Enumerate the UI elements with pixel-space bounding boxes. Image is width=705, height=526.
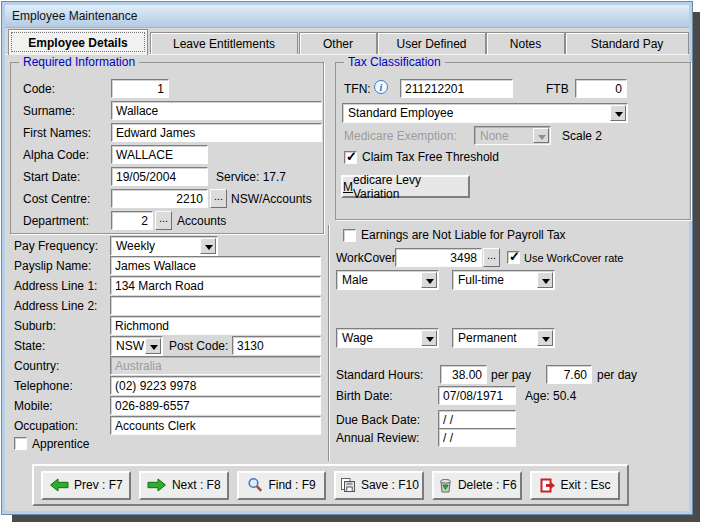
tax-scale-dropdown[interactable]: Standard Employee xyxy=(342,103,628,123)
ftb-field[interactable] xyxy=(575,79,627,98)
payslip-name-field[interactable] xyxy=(110,256,321,275)
employment-status-value: Permanent xyxy=(458,331,517,345)
post-code-field[interactable] xyxy=(232,336,321,355)
mobile-field[interactable] xyxy=(110,396,321,415)
tfn-label: TFN: xyxy=(344,82,371,96)
tab-user-defined[interactable]: User Defined xyxy=(377,32,486,54)
button-label: Next : F8 xyxy=(172,478,221,492)
due-back-date-field[interactable] xyxy=(438,410,516,429)
payroll-tax-checkbox[interactable] xyxy=(343,229,356,242)
address-line-1-label: Address Line 1: xyxy=(14,279,97,293)
start-date-field[interactable] xyxy=(111,167,208,186)
address-line-2-field[interactable] xyxy=(110,296,321,315)
birth-date-field[interactable] xyxy=(438,386,516,405)
country-label: Country: xyxy=(14,359,59,373)
first-names-field[interactable] xyxy=(111,123,322,142)
pay-type-dropdown[interactable]: Wage xyxy=(336,328,439,348)
arrow-left-icon xyxy=(49,478,69,492)
apprentice-label: Apprentice xyxy=(32,437,89,451)
cost-centre-field[interactable] xyxy=(111,189,208,208)
surname-field[interactable] xyxy=(111,101,322,120)
telephone-label: Telephone: xyxy=(14,379,73,393)
first-names-label: First Names: xyxy=(23,126,91,140)
workcover-field[interactable] xyxy=(395,248,482,267)
surname-label: Surname: xyxy=(23,104,75,118)
use-workcover-label: Use WorkCover rate xyxy=(524,252,623,264)
per-pay-label: per pay xyxy=(491,368,531,382)
pay-frequency-label: Pay Frequency: xyxy=(14,239,98,253)
standard-hours-label: Standard Hours: xyxy=(336,368,423,382)
employment-status-dropdown[interactable]: Permanent xyxy=(452,328,555,348)
suburb-field[interactable] xyxy=(110,316,321,335)
service-text: Service: 17.7 xyxy=(216,170,286,184)
pay-frequency-dropdown[interactable]: Weekly xyxy=(110,236,218,256)
occupation-field[interactable] xyxy=(110,416,321,435)
country-field xyxy=(110,356,321,375)
recycle-bin-icon xyxy=(438,477,453,493)
address-line-1-field[interactable] xyxy=(110,276,321,295)
due-back-date-label: Due Back Date: xyxy=(336,413,420,427)
tab-standard-pay[interactable]: Standard Pay xyxy=(565,32,689,54)
department-label: Department: xyxy=(23,214,89,228)
employee-maintenance-window: Employee Maintenance Employee Details Le… xyxy=(2,2,692,514)
delete-button[interactable]: Delete : F6 xyxy=(432,471,522,500)
chevron-down-icon xyxy=(421,272,437,288)
department-field[interactable] xyxy=(111,211,153,230)
required-information-group: Required Information Code: Surname: Firs… xyxy=(10,62,324,234)
code-field[interactable] xyxy=(111,79,169,98)
magnifier-icon xyxy=(247,477,263,493)
button-label: Exit : Esc xyxy=(561,478,611,492)
find-button[interactable]: Find : F9 xyxy=(237,471,327,500)
info-icon[interactable]: i xyxy=(374,80,388,94)
tab-notes[interactable]: Notes xyxy=(486,32,565,54)
occupation-label: Occupation: xyxy=(14,419,78,433)
state-value: NSW xyxy=(116,339,144,353)
alpha-code-field[interactable] xyxy=(111,145,208,164)
suburb-label: Suburb: xyxy=(14,319,56,333)
next-button[interactable]: Next : F8 xyxy=(139,471,229,500)
telephone-field[interactable] xyxy=(110,376,321,395)
claim-tax-free-label: Claim Tax Free Threshold xyxy=(362,150,499,164)
exit-button[interactable]: Exit : Esc xyxy=(530,471,620,500)
cost-centre-label: Cost Centre: xyxy=(23,192,90,206)
age-text: Age: 50.4 xyxy=(525,389,576,403)
workcover-browse-button[interactable]: ... xyxy=(483,248,500,267)
pay-frequency-value: Weekly xyxy=(116,239,155,253)
code-label: Code: xyxy=(23,82,55,96)
medicare-levy-variation-button[interactable]: Medicare Levy Variation xyxy=(341,175,470,198)
prev-button[interactable]: Prev : F7 xyxy=(41,471,131,500)
tab-label: Standard Pay xyxy=(591,37,664,51)
address-line-2-label: Address Line 2: xyxy=(14,299,97,313)
medicare-exemption-dropdown: None xyxy=(474,126,551,145)
tab-employee-details[interactable]: Employee Details xyxy=(8,29,148,55)
state-dropdown[interactable]: NSW xyxy=(110,336,163,356)
group-title: Tax Classification xyxy=(344,55,445,69)
ftb-label: FTB xyxy=(546,82,569,96)
window-titlebar[interactable]: Employee Maintenance xyxy=(5,5,689,28)
hours-per-day-field[interactable] xyxy=(546,365,592,384)
save-button[interactable]: Save : F10 xyxy=(334,471,424,500)
per-day-label: per day xyxy=(597,368,637,382)
chevron-down-icon xyxy=(145,338,161,354)
department-browse-button[interactable]: ... xyxy=(155,211,172,230)
claim-tax-free-checkbox[interactable] xyxy=(344,151,357,164)
annual-review-label: Annual Review: xyxy=(336,431,419,445)
start-date-label: Start Date: xyxy=(23,170,80,184)
footer-button-bar: Prev : F7 Next : F8 Find : F9 Save : F10… xyxy=(32,464,629,506)
tax-scale-value: Standard Employee xyxy=(348,106,453,120)
gender-value: Male xyxy=(342,273,368,287)
tab-leave-entitlements[interactable]: Leave Entitlements xyxy=(150,32,298,54)
tfn-field[interactable] xyxy=(400,79,513,98)
employment-basis-value: Full-time xyxy=(458,273,504,287)
apprentice-checkbox[interactable] xyxy=(14,437,27,450)
employment-basis-dropdown[interactable]: Full-time xyxy=(452,270,555,290)
use-workcover-checkbox[interactable] xyxy=(507,251,520,264)
alpha-code-label: Alpha Code: xyxy=(23,148,89,162)
tab-label: Leave Entitlements xyxy=(173,37,275,51)
exit-door-icon xyxy=(540,478,556,493)
hours-per-pay-field[interactable] xyxy=(440,365,487,384)
tab-other[interactable]: Other xyxy=(299,32,377,54)
gender-dropdown[interactable]: Male xyxy=(336,270,439,290)
annual-review-field[interactable] xyxy=(438,428,516,447)
cost-centre-browse-button[interactable]: ... xyxy=(210,189,227,208)
